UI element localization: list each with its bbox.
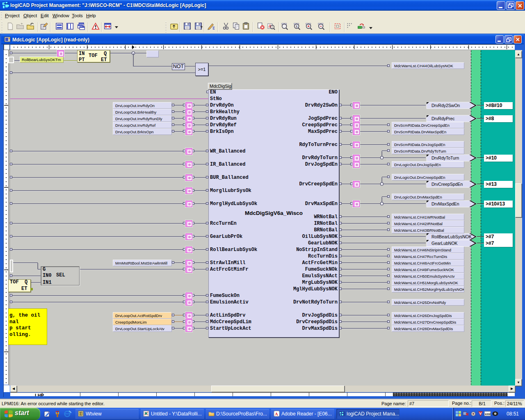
svg-text:GearLubNOK: GearLubNOK xyxy=(431,241,458,246)
svg-text:DrvRdy2SwOn: DrvRdy2SwOn xyxy=(431,103,460,108)
svg-text:DrvRdyPrec: DrvRdyPrec xyxy=(431,116,455,121)
svg-text:DrvCreepSpdEn: DrvCreepSpdEn xyxy=(431,182,463,187)
svg-text:DrvRdyToTurn: DrvRdyToTurn xyxy=(431,155,459,160)
svg-text:V: V xyxy=(479,411,482,415)
svg-text:xml: xml xyxy=(485,412,491,416)
svg-text:DrvMaxSpdEn: DrvMaxSpdEn xyxy=(431,201,459,206)
svg-text:RollBearLubSysNOK: RollBearLubSysNOK xyxy=(431,234,472,239)
